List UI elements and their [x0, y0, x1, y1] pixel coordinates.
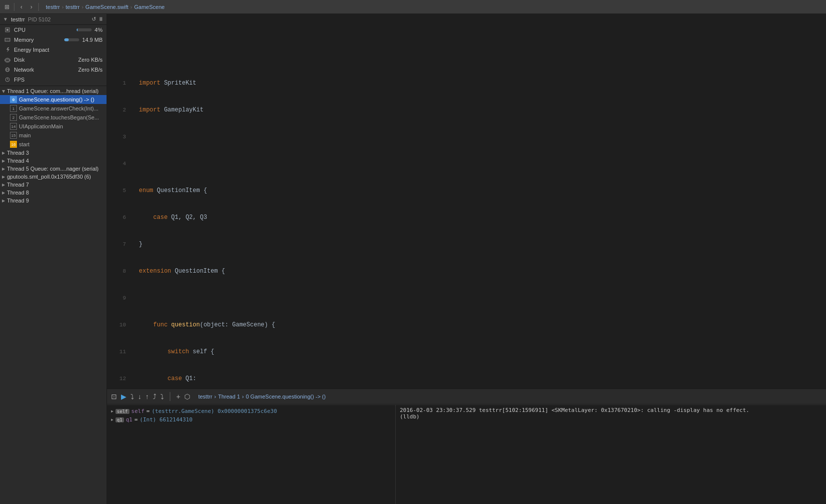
disk-label: Disk — [14, 57, 75, 63]
nav-back-btn[interactable]: ‹ — [17, 3, 25, 11]
breadcrumb: testtrr › testtrr › GameScene.swift › Ga… — [46, 4, 165, 10]
code-line-7: 7 } — [107, 240, 826, 249]
thread-7-label: Thread 7 — [7, 182, 29, 188]
thread-1-frame-14[interactable]: 14 UIApplicationMain — [0, 122, 107, 131]
add-expr-btn[interactable]: + — [176, 393, 180, 401]
var-q1-val: (Int) 6612144310 — [140, 416, 193, 423]
dbc-thread1: Thread 1 — [218, 394, 240, 400]
gputools-label: gputools.smt_poll.0x13765df30 (6) — [7, 174, 91, 180]
sep-threads — [0, 86, 107, 86]
thread-4-arrow: ▶ — [2, 159, 5, 163]
thread-4-header[interactable]: ▶ Thread 4 — [0, 157, 107, 165]
frame-icon-2: 2 — [10, 114, 17, 121]
gputools-header[interactable]: ▶ gputools.smt_poll.0x13765df30 (6) — [0, 173, 107, 181]
var-self-val: (testtrr.GameScene) 0x00000001375c6e30 — [152, 408, 277, 414]
console-toggle-btn[interactable]: ⊡ — [111, 393, 117, 401]
nav-fwd-btn[interactable]: › — [27, 3, 35, 11]
gputools-arrow: ▶ — [2, 175, 5, 179]
step-out-btn[interactable]: ↑ — [145, 393, 149, 401]
fps-metric-row[interactable]: FPS — [0, 75, 107, 85]
code-line-4: 4 — [107, 159, 826, 168]
disk-metric-row[interactable]: Disk Zero KB/s — [0, 55, 107, 65]
cpu-label: CPU — [14, 27, 74, 33]
code-editor[interactable]: 1 import SpriteKit 2 import GameplayKit … — [107, 14, 826, 389]
sidebar-header: ▼ testtrr PID 5102 ↺ ⏸ — [0, 14, 107, 25]
thread-1-arrow: ▶ — [1, 90, 6, 93]
step-in-btn[interactable]: ↓ — [138, 393, 141, 401]
bc-gamescene-swift[interactable]: GameScene.swift — [86, 4, 128, 10]
console-var-self[interactable]: ▶ self self = (testtrr.GameScene) 0x0000… — [111, 407, 391, 415]
network-metric-row[interactable]: Network Zero KB/s — [0, 65, 107, 75]
code-content: 1 import SpriteKit 2 import GameplayKit … — [107, 14, 826, 389]
thread-1-frame-2[interactable]: 2 GameScene.touchesBegan(Se... — [0, 113, 107, 122]
disk-value: Zero KB/s — [78, 57, 103, 63]
energy-label: Energy Impact — [14, 47, 103, 53]
sidebar: ▼ testtrr PID 5102 ↺ ⏸ CPU 4% — [0, 14, 107, 504]
bc-testtrr2[interactable]: testtrr — [66, 4, 80, 10]
thread-8-header[interactable]: ▶ Thread 8 — [0, 189, 107, 197]
bc-testtrr1[interactable]: testtrr — [46, 4, 60, 10]
code-line-9: 9 — [107, 294, 826, 302]
frame-up-btn[interactable]: ⤴ — [153, 393, 156, 401]
thread-1-label: Thread 1 Queue: com....hread (serial) — [7, 88, 99, 94]
network-value: Zero KB/s — [78, 67, 103, 73]
fps-icon — [4, 76, 11, 83]
thread-1-frame-1[interactable]: 1 GameScene.answerCheck(Int)... — [0, 104, 107, 113]
dbc-testtrr: testtrr — [198, 394, 212, 400]
code-area: 1 import SpriteKit 2 import GameplayKit … — [107, 14, 826, 504]
code-line-3: 3 — [107, 132, 826, 141]
thread-9-label: Thread 9 — [7, 198, 29, 203]
frame-2-label: GameScene.touchesBegan(Se... — [19, 114, 99, 120]
thread-5-header[interactable]: ▶ Thread 5 Queue: com....nager (serial) — [0, 165, 107, 173]
thread-8-label: Thread 8 — [7, 190, 29, 196]
var-self-expand: ▶ — [111, 409, 114, 413]
thread-1-frame-15[interactable]: 15 main — [0, 131, 107, 140]
top-toolbar: ⊞ ‹ › testtrr › testtrr › GameScene.swif… — [0, 0, 826, 14]
console-var-q1[interactable]: ▶ q1 q1 = (Int) 6612144310 — [111, 415, 391, 424]
code-line-2: 2 import GameplayKit — [107, 105, 826, 114]
step-over-btn[interactable]: ⤵ — [130, 393, 134, 401]
continue-btn[interactable]: ▶ — [121, 393, 126, 401]
cpu-bar — [77, 28, 92, 31]
thread-1-frame-16[interactable]: 16 start — [0, 140, 107, 149]
energy-metric-row[interactable]: Energy Impact — [0, 45, 107, 55]
frame-14-label: UIApplicationMain — [19, 123, 63, 129]
thread-1-section: ▶ Thread 1 Queue: com....hread (serial) … — [0, 87, 107, 149]
frame-icon-0: 0 — [10, 96, 17, 103]
var-q1-badge: q1 — [116, 417, 124, 422]
bc-gamescene[interactable]: GameScene — [134, 4, 164, 10]
sidebar-toggle-icon[interactable]: ⊞ — [3, 3, 11, 11]
cpu-bar-fill — [77, 28, 78, 31]
pid-label: PID 5102 — [28, 16, 51, 22]
cpu-metric-row[interactable]: CPU 4% — [0, 25, 107, 35]
thread-1-frame-0[interactable]: 0 GameScene.questioning() -> () — [0, 95, 107, 104]
frame-down-btn[interactable]: ⤵ — [160, 393, 164, 401]
memory-bar-fill — [64, 38, 69, 41]
memory-metric-row[interactable]: Memory 14.9 MB — [0, 35, 107, 45]
frame-icon-14: 14 — [10, 123, 17, 130]
code-line-blank — [107, 43, 826, 52]
thread-5-label: Thread 5 Queue: com....nager (serial) — [7, 166, 99, 172]
cpu-value: 4% — [95, 27, 103, 33]
cpu-icon — [4, 26, 11, 33]
frame-1-label: GameScene.answerCheck(Int)... — [19, 105, 99, 111]
thread-3-header[interactable]: ▶ Thread 3 — [0, 149, 107, 157]
view-mem-btn[interactable]: ⬡ — [184, 393, 190, 401]
thread-1-header[interactable]: ▶ Thread 1 Queue: com....hread (serial) — [0, 87, 107, 95]
var-self-badge: self — [116, 409, 129, 414]
thread-9-header[interactable]: ▶ Thread 9 — [0, 197, 107, 204]
pause-btn[interactable]: ⏸ — [98, 16, 104, 22]
console-variables: ▶ self self = (testtrr.GameScene) 0x0000… — [107, 405, 396, 504]
fps-label: FPS — [14, 77, 103, 83]
console-log-text: 2016-02-03 23:30:37.529 testtrr[5102:159… — [400, 407, 822, 420]
thread-7-header[interactable]: ▶ Thread 7 — [0, 181, 107, 189]
svg-rect-1 — [6, 29, 8, 31]
thread-3-label: Thread 3 — [7, 150, 29, 156]
thread-7-arrow: ▶ — [2, 183, 5, 187]
sep1 — [14, 3, 14, 11]
network-label: Network — [14, 67, 75, 73]
refresh-btn[interactable]: ↺ — [92, 16, 96, 22]
code-line-1: 1 import SpriteKit — [107, 79, 826, 88]
debug-breadcrumb: testtrr › Thread 1 › 0 GameScene.questio… — [198, 394, 326, 400]
memory-label: Memory — [14, 37, 61, 43]
